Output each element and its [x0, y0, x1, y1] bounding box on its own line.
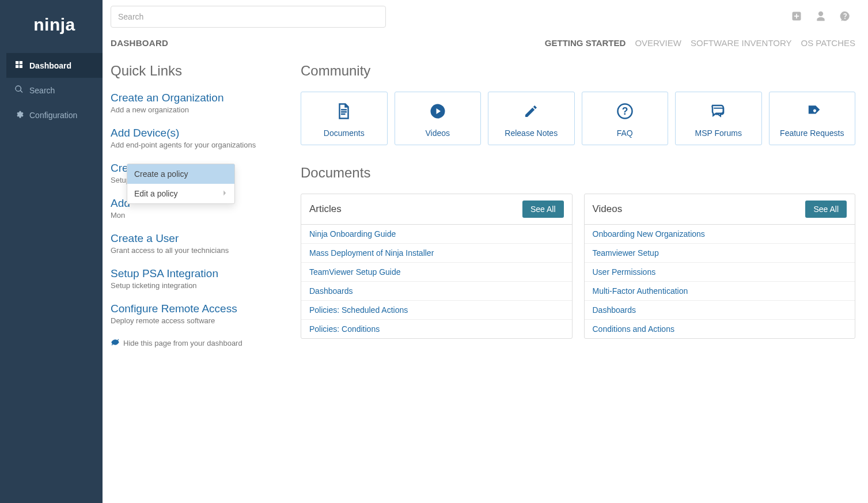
popup-item-label: Edit a policy — [134, 189, 177, 198]
documents-icon — [334, 119, 354, 128]
sidebar: ninja Dashboard Search Configuration — [6, 0, 103, 503]
quick-link-desc: Deploy remote access software — [111, 316, 286, 325]
help-icon[interactable] — [839, 10, 851, 24]
sidebar-item-label: Search — [29, 86, 55, 95]
community-heading: Community — [301, 63, 855, 79]
tile-label: Videos — [400, 128, 476, 138]
video-link[interactable]: User Permissions — [585, 263, 855, 282]
chat-icon — [708, 119, 728, 128]
tile-label: Release Notes — [493, 128, 570, 138]
quick-link-create-user[interactable]: Create a User Grant access to all your t… — [111, 232, 286, 255]
tile-label: Documents — [306, 128, 382, 138]
video-link[interactable]: Teamviewer Setup — [585, 244, 855, 263]
policy-popup: Create a policy Edit a policy — [127, 164, 235, 204]
user-icon[interactable] — [815, 10, 827, 24]
quick-link-desc: Add end-point agents for your organizati… — [111, 141, 286, 149]
sidebar-item-label: Dashboard — [29, 61, 71, 70]
chevron-right-icon — [222, 189, 228, 198]
tab-os-patches[interactable]: OS PATCHES — [801, 38, 855, 48]
svg-rect-2 — [794, 16, 799, 17]
quick-link-title[interactable]: Add Device(s) — [111, 127, 179, 139]
quick-link-psa[interactable]: Setup PSA Integration Setup ticketing in… — [111, 267, 286, 290]
quick-link-remote-access[interactable]: Configure Remote Access Deploy remote ac… — [111, 302, 286, 325]
quick-link-create-org[interactable]: Create an Organization Add a new organiz… — [111, 92, 286, 114]
panel-title: Videos — [593, 203, 623, 215]
tab-getting-started[interactable]: GETTING STARTED — [545, 38, 626, 48]
topbar — [111, 6, 855, 28]
sidebar-item-search[interactable]: Search — [6, 78, 103, 103]
tab-overview[interactable]: OVERVIEW — [635, 38, 681, 48]
popup-edit-policy[interactable]: Edit a policy — [127, 184, 234, 203]
panel-title: Articles — [309, 203, 342, 215]
quick-links-heading: Quick Links — [111, 63, 286, 79]
tile-release-notes[interactable]: Release Notes — [488, 92, 575, 145]
edit-icon — [521, 119, 541, 128]
article-link[interactable]: Dashboards — [301, 282, 572, 301]
tab-bar: GETTING STARTED OVERVIEW SOFTWARE INVENT… — [545, 38, 855, 48]
question-icon: ? — [615, 119, 635, 128]
video-link[interactable]: Multi-Factor Authentication — [585, 282, 855, 301]
brand-text: ninja — [33, 15, 75, 35]
quick-link-desc: Mon — [111, 211, 286, 220]
quick-link-title[interactable]: Configure Remote Access — [111, 302, 237, 315]
tile-feature-requests[interactable]: Feature Requests — [769, 92, 856, 145]
quick-link-title[interactable]: Setup PSA Integration — [111, 267, 218, 279]
play-icon — [428, 119, 448, 128]
sidebar-item-dashboard[interactable]: Dashboard — [6, 53, 103, 78]
add-icon[interactable] — [791, 10, 802, 24]
video-link[interactable]: Onboarding New Organizations — [585, 225, 855, 244]
documents-heading: Documents — [301, 165, 855, 181]
search-input[interactable] — [111, 6, 386, 28]
tile-forums[interactable]: MSP Forums — [675, 92, 762, 145]
svg-text:?: ? — [621, 105, 628, 117]
popup-create-policy[interactable]: Create a policy — [127, 164, 234, 184]
quick-link-desc: Setup ticketing integration — [111, 281, 286, 290]
main: DASHBOARD GETTING STARTED OVERVIEW SOFTW… — [103, 0, 868, 503]
hide-page-text: Hide this page from your dashboard — [123, 339, 242, 347]
tile-faq[interactable]: ? FAQ — [582, 92, 669, 145]
article-link[interactable]: TeamViewer Setup Guide — [301, 263, 572, 282]
articles-panel: Articles See All Ninja Onboarding Guide … — [301, 194, 573, 339]
see-all-videos-button[interactable]: See All — [805, 201, 847, 218]
dashboard-icon — [14, 60, 24, 71]
quick-link-desc: Grant access to all your technicians — [111, 246, 286, 255]
eye-slash-icon — [111, 338, 120, 349]
logo: ninja — [6, 0, 103, 51]
quick-link-desc: Add a new organization — [111, 105, 286, 114]
tile-videos[interactable]: Videos — [395, 92, 482, 145]
article-link[interactable]: Policies: Conditions — [301, 320, 572, 338]
hide-page-link[interactable]: Hide this page from your dashboard — [111, 338, 286, 349]
tile-label: FAQ — [587, 128, 664, 138]
quick-link-title[interactable]: Create a User — [111, 232, 179, 244]
tab-software-inventory[interactable]: SOFTWARE INVENTORY — [691, 38, 792, 48]
quick-link-title[interactable]: Create an Organization — [111, 92, 223, 104]
article-link[interactable]: Mass Deployment of Ninja Installer — [301, 244, 572, 263]
community-tiles: Documents Videos Release Notes ? FAQ — [301, 92, 855, 145]
search-icon — [14, 85, 24, 96]
see-all-articles-button[interactable]: See All — [522, 201, 564, 218]
popup-item-label: Create a policy — [134, 169, 188, 179]
tag-icon — [802, 119, 822, 128]
tile-label: Feature Requests — [774, 128, 851, 138]
article-link[interactable]: Ninja Onboarding Guide — [301, 225, 572, 244]
sidebar-item-label: Configuration — [29, 111, 77, 120]
quick-link-add-device[interactable]: Add Device(s) Add end-point agents for y… — [111, 127, 286, 149]
article-link[interactable]: Policies: Scheduled Actions — [301, 301, 572, 320]
tile-label: MSP Forums — [680, 128, 757, 138]
tile-documents[interactable]: Documents — [301, 92, 388, 145]
breadcrumb: DASHBOARD — [111, 38, 168, 48]
video-link[interactable]: Conditions and Actions — [585, 320, 855, 338]
gear-icon — [14, 109, 24, 120]
sidebar-item-configuration[interactable]: Configuration — [6, 103, 103, 127]
video-link[interactable]: Dashboards — [585, 301, 855, 320]
videos-panel: Videos See All Onboarding New Organizati… — [584, 194, 856, 339]
